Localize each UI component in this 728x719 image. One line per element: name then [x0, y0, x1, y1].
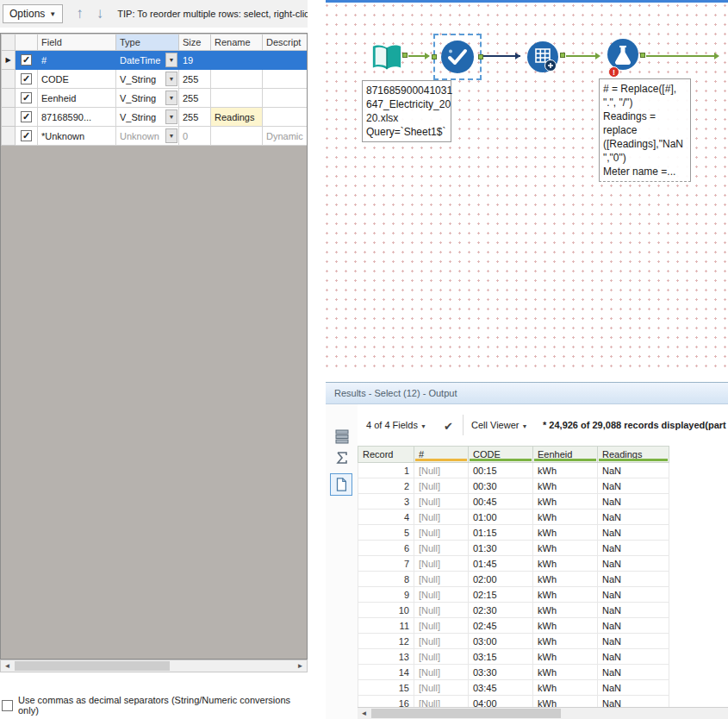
- move-up-icon[interactable]: ↑: [76, 5, 84, 22]
- config-horizontal-scrollbar[interactable]: ◄ ►: [0, 660, 308, 672]
- size-cell[interactable]: 19: [179, 51, 211, 70]
- field-row[interactable]: ✓EenheidV_String▼255: [2, 89, 308, 108]
- connection-formula-out[interactable]: [646, 55, 715, 57]
- data-quality-bar: [534, 459, 596, 461]
- field-name-cell[interactable]: *Unknown: [38, 127, 116, 146]
- field-checkbox[interactable]: ✓: [16, 127, 38, 146]
- input-anchor[interactable]: [432, 54, 437, 59]
- results-column-header[interactable]: CODE: [469, 447, 533, 463]
- table-row[interactable]: 3[Null]00:45kWhNaN: [358, 494, 669, 510]
- results-horizontal-scrollbar[interactable]: ◄: [358, 707, 728, 719]
- metadata-view-icon[interactable]: [333, 428, 351, 445]
- rename-cell[interactable]: [211, 70, 263, 89]
- description-cell[interactable]: [263, 108, 308, 127]
- scrollbar-thumb[interactable]: [15, 661, 170, 671]
- field-row[interactable]: ✓*UnknownUnknown▼0Dynamic: [2, 127, 308, 146]
- rename-cell[interactable]: [211, 51, 263, 70]
- dropdown-arrow-icon[interactable]: ▼: [165, 109, 177, 124]
- table-row[interactable]: 12[Null]03:00kWhNaN: [358, 634, 669, 649]
- field-row[interactable]: ▶✓#DateTime▼19: [2, 51, 308, 70]
- table-row[interactable]: 15[Null]03:45kWhNaN: [358, 680, 669, 696]
- input-tool-annotation[interactable]: 871685900041031 647_Electricity_20 20.xl…: [362, 80, 451, 142]
- results-column-header[interactable]: #: [414, 447, 469, 463]
- description-cell[interactable]: [263, 51, 308, 70]
- scrollbar-thumb[interactable]: [371, 709, 561, 718]
- table-tool[interactable]: [526, 41, 559, 73]
- type-dropdown[interactable]: Unknown▼: [116, 127, 179, 146]
- description-cell[interactable]: Dynamic: [263, 127, 308, 146]
- table-row[interactable]: 5[Null]01:15kWhNaN: [358, 525, 669, 541]
- rename-column-header[interactable]: Rename: [211, 34, 263, 51]
- type-column-header[interactable]: Type: [116, 34, 179, 51]
- type-dropdown[interactable]: V_String▼: [116, 108, 179, 127]
- fields-dropdown[interactable]: 4 of 4 Fields ▼: [366, 420, 426, 430]
- size-column-header[interactable]: Size: [179, 34, 211, 51]
- table-row[interactable]: 10[Null]02:30kWhNaN: [358, 603, 669, 618]
- connection-table-to-formula[interactable]: [566, 55, 596, 57]
- field-checkbox[interactable]: ✓: [16, 89, 38, 108]
- output-anchor-data-icon[interactable]: [330, 473, 352, 496]
- table-row[interactable]: 8[Null]02:00kWhNaN: [358, 572, 669, 587]
- description-cell[interactable]: [263, 70, 308, 89]
- field-name-cell[interactable]: Eenheid: [38, 89, 116, 108]
- table-row[interactable]: 11[Null]02:45kWhNaN: [358, 618, 669, 634]
- scroll-right-icon[interactable]: ►: [294, 660, 307, 672]
- checkbox-column-header[interactable]: [16, 34, 38, 51]
- field-checkbox[interactable]: ✓: [16, 108, 38, 127]
- results-column-header[interactable]: Eenheid: [533, 447, 598, 463]
- output-anchor[interactable]: [640, 53, 645, 58]
- table-row[interactable]: 9[Null]02:15kWhNaN: [358, 587, 669, 603]
- rename-cell[interactable]: [211, 89, 263, 108]
- rename-cell[interactable]: [211, 127, 263, 146]
- output-anchor[interactable]: [560, 53, 565, 58]
- scroll-left-icon[interactable]: ◄: [358, 708, 370, 719]
- size-cell[interactable]: 255: [179, 70, 211, 89]
- rename-cell[interactable]: Readings: [211, 108, 263, 127]
- select-tool[interactable]: [440, 40, 475, 74]
- field-checkbox[interactable]: ✓: [16, 70, 38, 89]
- formula-tool[interactable]: !: [607, 38, 639, 71]
- type-dropdown[interactable]: V_String▼: [116, 70, 179, 89]
- field-row[interactable]: ✓CODEV_String▼255: [2, 70, 308, 89]
- table-row[interactable]: 16[Null]04:00kWhNaN: [358, 696, 669, 708]
- error-badge-icon[interactable]: !: [608, 66, 619, 78]
- table-row[interactable]: 13[Null]03:15kWhNaN: [358, 649, 669, 665]
- results-cell: 7: [358, 556, 414, 572]
- input-data-tool[interactable]: [370, 42, 403, 73]
- table-row[interactable]: 6[Null]01:30kWhNaN: [358, 541, 669, 556]
- dropdown-arrow-icon[interactable]: ▼: [165, 53, 177, 67]
- type-dropdown[interactable]: V_String▼: [116, 89, 179, 108]
- workflow-canvas[interactable]: ! 871685900041031 647_Electricity_20 20.…: [326, 0, 728, 371]
- table-row[interactable]: 1[Null]00:15kWhNaN: [358, 463, 669, 478]
- table-row[interactable]: 14[Null]03:30kWhNaN: [358, 665, 669, 680]
- type-dropdown[interactable]: DateTime▼: [116, 51, 179, 70]
- dropdown-arrow-icon[interactable]: ▼: [165, 128, 177, 143]
- dropdown-arrow-icon[interactable]: ▼: [165, 91, 177, 105]
- field-row[interactable]: ✓87168590...V_String▼255Readings: [2, 108, 308, 127]
- scroll-left-icon[interactable]: ◄: [1, 660, 14, 672]
- results-column-header[interactable]: Readings: [598, 447, 669, 463]
- options-button[interactable]: Options ▼: [3, 4, 63, 23]
- apply-checkmark-icon[interactable]: ✔: [444, 420, 453, 433]
- move-down-icon[interactable]: ↓: [96, 5, 104, 22]
- output-anchor[interactable]: [478, 54, 483, 59]
- size-cell[interactable]: 255: [179, 89, 211, 108]
- field-checkbox[interactable]: ✓: [16, 51, 38, 70]
- profile-view-icon[interactable]: [333, 449, 351, 466]
- formula-tool-annotation[interactable]: # = Replace([#], ".", "/") Readings = re…: [599, 78, 691, 182]
- dropdown-arrow-icon[interactable]: ▼: [165, 72, 177, 86]
- size-cell[interactable]: 0: [179, 127, 211, 146]
- decimal-separator-checkbox[interactable]: [2, 700, 13, 711]
- description-column-header[interactable]: Descript: [263, 34, 308, 51]
- size-cell[interactable]: 255: [179, 108, 211, 127]
- cell-viewer-dropdown[interactable]: Cell Viewer ▼: [471, 420, 527, 430]
- field-name-cell[interactable]: 87168590...: [38, 108, 116, 127]
- field-name-cell[interactable]: #: [38, 51, 116, 70]
- table-row[interactable]: 7[Null]01:45kWhNaN: [358, 556, 669, 572]
- table-row[interactable]: 4[Null]01:00kWhNaN: [358, 510, 669, 525]
- field-name-cell[interactable]: CODE: [38, 70, 116, 89]
- table-row[interactable]: 2[Null]00:30kWhNaN: [358, 478, 669, 494]
- results-column-header[interactable]: Record: [358, 447, 414, 463]
- field-column-header[interactable]: Field: [38, 34, 116, 51]
- description-cell[interactable]: [263, 89, 308, 108]
